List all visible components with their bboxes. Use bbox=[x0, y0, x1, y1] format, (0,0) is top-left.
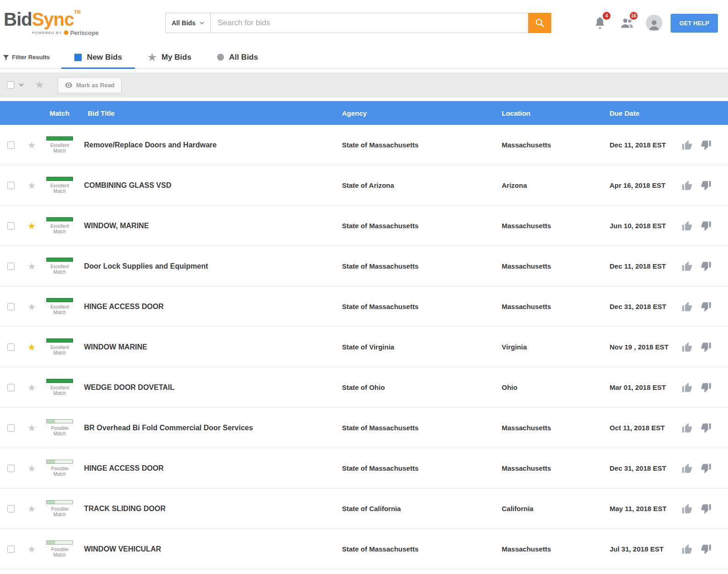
filter-results-button[interactable]: Filter Results bbox=[0, 46, 62, 68]
row-checkbox[interactable] bbox=[7, 546, 15, 553]
star-toggle[interactable]: ★ bbox=[28, 464, 36, 473]
select-dropdown-chevron-icon[interactable] bbox=[19, 83, 24, 87]
search-button[interactable] bbox=[528, 13, 551, 33]
notifications-button[interactable]: 4 bbox=[589, 12, 610, 34]
user-icon bbox=[647, 17, 661, 31]
bid-title-link[interactable]: WEDGE DOOR DOVETAIL bbox=[84, 383, 338, 392]
bid-due-date: Apr 16, 2018 EST bbox=[606, 181, 679, 189]
thumbs-down-button[interactable] bbox=[700, 422, 712, 434]
thumbs-down-button[interactable] bbox=[700, 462, 712, 474]
match-bar-fill bbox=[47, 298, 73, 302]
row-checkbox[interactable] bbox=[7, 343, 15, 351]
thumbs-down-button[interactable] bbox=[700, 139, 712, 151]
star-toggle[interactable]: ★ bbox=[28, 141, 36, 150]
bid-title-link[interactable]: COMBINING GLASS VSD bbox=[84, 181, 338, 190]
row-checkbox-cell bbox=[0, 505, 22, 512]
thumbs-up-button[interactable] bbox=[681, 220, 693, 232]
bid-agency: State of Arizona bbox=[338, 181, 498, 189]
row-checkbox[interactable] bbox=[7, 465, 15, 472]
header-actions: 4 16 GET HELP bbox=[589, 12, 718, 34]
star-toggle[interactable]: ★ bbox=[28, 545, 36, 554]
periscope-icon bbox=[64, 30, 68, 35]
match-cell: Possible Match bbox=[41, 500, 84, 518]
search-icon bbox=[535, 18, 545, 28]
tab-new-bids[interactable]: New Bids bbox=[62, 46, 135, 68]
mark-as-read-label: Mark as Read bbox=[76, 82, 115, 89]
thumbs-down-button[interactable] bbox=[700, 260, 712, 272]
thumbs-up-button[interactable] bbox=[681, 462, 693, 474]
bid-title-link[interactable]: WINDOW, MARINE bbox=[84, 222, 338, 230]
tab-my-bids[interactable]: ★ My Bids bbox=[135, 46, 204, 68]
row-checkbox[interactable] bbox=[7, 384, 15, 391]
thumbs-up-button[interactable] bbox=[681, 341, 693, 353]
row-checkbox[interactable] bbox=[7, 263, 15, 270]
row-star-cell: ★ bbox=[22, 262, 41, 271]
row-checkbox[interactable] bbox=[7, 182, 15, 189]
thumbs-down-button[interactable] bbox=[700, 301, 712, 313]
column-header-location[interactable]: Location bbox=[498, 109, 606, 117]
thumbs-up-button[interactable] bbox=[681, 382, 693, 394]
match-bar-fill bbox=[47, 177, 73, 180]
search-input[interactable] bbox=[211, 13, 528, 33]
row-checkbox-cell bbox=[0, 141, 22, 149]
search-scope-dropdown[interactable]: All Bids bbox=[165, 13, 211, 33]
row-checkbox[interactable] bbox=[7, 141, 15, 149]
column-header-bid-title[interactable]: Bid Title bbox=[84, 109, 338, 117]
bidsync-logo[interactable]: BidSyncTM POWERED BY Periscope bbox=[4, 10, 165, 36]
row-star-cell: ★ bbox=[22, 383, 41, 392]
match-indicator: Excellent Match bbox=[46, 177, 73, 194]
row-checkbox[interactable] bbox=[7, 505, 15, 512]
thumbs-down-button[interactable] bbox=[700, 503, 712, 515]
column-header-match[interactable]: Match bbox=[41, 109, 84, 117]
circle-icon bbox=[217, 54, 224, 61]
thumbs-down-button[interactable] bbox=[700, 382, 712, 394]
bid-title-link[interactable]: HINGE ACCESS DOOR bbox=[84, 464, 338, 473]
contacts-button[interactable]: 16 bbox=[616, 12, 638, 34]
thumbs-down-button[interactable] bbox=[700, 220, 712, 232]
account-button[interactable] bbox=[644, 12, 665, 34]
thumbs-down-button[interactable] bbox=[700, 543, 712, 555]
match-indicator: Excellent Match bbox=[46, 338, 73, 356]
star-filter-button[interactable]: ★ bbox=[35, 80, 44, 90]
get-help-button[interactable]: GET HELP bbox=[671, 14, 718, 33]
star-toggle[interactable]: ★ bbox=[28, 504, 36, 513]
bid-title-link[interactable]: HINGE ACCESS DOOR bbox=[84, 303, 338, 311]
bid-title-link[interactable]: TRACK SLIDING DOOR bbox=[84, 505, 338, 513]
row-star-cell: ★ bbox=[22, 545, 41, 554]
bid-title-link[interactable]: Door Lock Supplies and Equipment bbox=[84, 262, 338, 270]
star-toggle[interactable]: ★ bbox=[28, 383, 36, 392]
thumbs-up-icon bbox=[681, 220, 693, 232]
star-toggle[interactable]: ★ bbox=[28, 343, 36, 352]
match-bar bbox=[46, 258, 73, 262]
column-header-agency[interactable]: Agency bbox=[338, 109, 498, 117]
match-indicator: Excellent Match bbox=[46, 136, 73, 154]
column-header-due-date[interactable]: Due Date bbox=[606, 109, 679, 117]
bid-location: Massachusetts bbox=[498, 464, 606, 472]
row-checkbox[interactable] bbox=[7, 424, 15, 432]
star-toggle[interactable]: ★ bbox=[28, 423, 36, 433]
thumbs-up-button[interactable] bbox=[681, 543, 693, 555]
bid-title-link[interactable]: WINDOW MARINE bbox=[84, 343, 338, 351]
row-checkbox[interactable] bbox=[7, 222, 15, 230]
star-toggle[interactable]: ★ bbox=[28, 302, 36, 311]
bid-title-link[interactable]: WINDOW VEHICULAR bbox=[84, 545, 338, 553]
mark-as-read-button[interactable]: Mark as Read bbox=[58, 77, 122, 93]
select-all-checkbox[interactable] bbox=[7, 81, 14, 89]
thumbs-up-button[interactable] bbox=[681, 301, 693, 313]
thumbs-up-button[interactable] bbox=[681, 180, 693, 191]
bid-title-link[interactable]: Remove/Replace Doors and Hardware bbox=[84, 141, 338, 149]
star-toggle[interactable]: ★ bbox=[28, 262, 36, 271]
thumbs-up-button[interactable] bbox=[681, 422, 693, 434]
thumbs-down-button[interactable] bbox=[700, 180, 712, 191]
bid-agency: State of Massachusetts bbox=[338, 222, 498, 230]
thumbs-up-button[interactable] bbox=[681, 503, 693, 515]
powered-by-label: POWERED BY bbox=[32, 31, 62, 35]
thumbs-up-button[interactable] bbox=[681, 139, 693, 151]
thumbs-up-button[interactable] bbox=[681, 260, 693, 272]
bid-title-link[interactable]: BR Overhead Bi Fold Commercial Door Serv… bbox=[84, 424, 338, 432]
tab-all-bids[interactable]: All Bids bbox=[204, 46, 271, 68]
star-toggle[interactable]: ★ bbox=[28, 181, 36, 190]
row-checkbox[interactable] bbox=[7, 303, 15, 310]
star-toggle[interactable]: ★ bbox=[28, 221, 36, 231]
thumbs-down-button[interactable] bbox=[700, 341, 712, 353]
